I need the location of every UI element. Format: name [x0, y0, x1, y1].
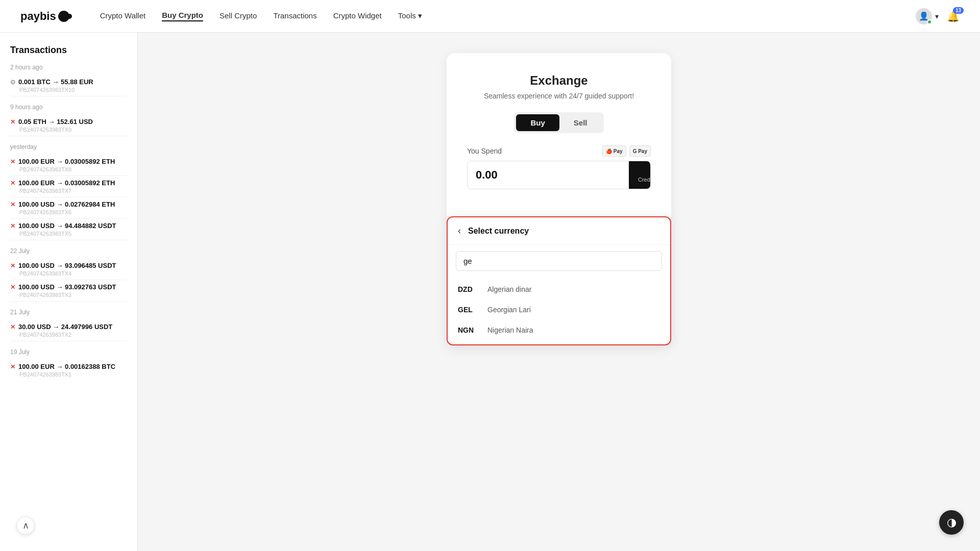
- currency-selector-button[interactable]: EUR Credit/Debit Card ▾: [629, 161, 651, 189]
- tx-reference: PB24074263983TX7: [19, 188, 127, 194]
- tx-amount: 30.00 USD → 24.497996 USDT: [18, 323, 112, 331]
- dropdown-back-button[interactable]: ‹: [458, 226, 461, 236]
- transaction-item[interactable]: ✕100.00 EUR → 0.00162388 BTCPB2407426398…: [10, 360, 127, 381]
- currency-list-item[interactable]: GELGeorgian Lari: [448, 299, 670, 320]
- currency-item-name: Algerian dinar: [487, 285, 531, 293]
- dropdown-title: Select currency: [468, 227, 529, 236]
- transaction-item[interactable]: ✕100.00 USD → 94.484882 USDTPB2407426398…: [10, 219, 127, 240]
- notifications-badge: 13: [953, 7, 964, 14]
- payment-icons: 🍎 Pay G Pay: [602, 145, 651, 157]
- fail-icon: ✕: [10, 201, 15, 208]
- scroll-up-button[interactable]: ∧: [16, 516, 35, 535]
- tx-reference: PB24074263983TX8: [19, 166, 127, 172]
- exchange-subtitle: Seamless experience with 24/7 guided sup…: [467, 92, 651, 100]
- tx-reference: PB24074263983TX3: [19, 292, 127, 298]
- tx-date-label: 21 July: [10, 309, 127, 316]
- transaction-groups: 2 hours ago⊙0.001 BTC → 55.88 EURPB24074…: [10, 64, 127, 381]
- nav-link-crypto-widget[interactable]: Crypto Widget: [333, 11, 382, 21]
- pending-icon: ⊙: [10, 79, 15, 86]
- transaction-item[interactable]: ✕100.00 EUR → 0.03005892 ETHPB2407426398…: [10, 155, 127, 176]
- transaction-item[interactable]: ✕100.00 USD → 93.096485 USDTPB2407426398…: [10, 259, 127, 280]
- currency-item-name: Georgian Lari: [487, 306, 531, 314]
- currency-item-name: Nigerian Naira: [487, 326, 533, 334]
- nav-link-transactions[interactable]: Transactions: [273, 11, 316, 21]
- amount-input[interactable]: [468, 161, 629, 189]
- brand-logo[interactable]: paybis: [20, 10, 69, 23]
- tx-date-label: 22 July: [10, 247, 127, 255]
- fail-icon: ✕: [10, 323, 15, 331]
- tx-amount: 100.00 USD → 93.096485 USDT: [18, 262, 116, 269]
- tx-date-label: 9 hours ago: [10, 104, 127, 111]
- currency-search-input[interactable]: [456, 251, 662, 271]
- dark-mode-button[interactable]: ◑: [939, 510, 964, 535]
- page-layout: Transactions 2 hours ago⊙0.001 BTC → 55.…: [0, 33, 980, 551]
- brand-icon: [58, 11, 69, 22]
- tx-row: ✕100.00 USD → 0.02762984 ETH: [10, 201, 127, 208]
- fail-icon: ✕: [10, 180, 15, 187]
- tx-row: ✕100.00 USD → 94.484882 USDT: [10, 222, 127, 230]
- currency-btn-inner: EUR Credit/Debit Card ▾: [638, 167, 651, 183]
- buy-sell-toggle: Buy Sell: [514, 112, 603, 133]
- nav-link-sell-crypto[interactable]: Sell Crypto: [219, 11, 257, 21]
- exchange-card: Exchange Seamless experience with 24/7 g…: [447, 53, 671, 223]
- currency-sub-display: Credit/Debit Card: [638, 177, 651, 183]
- main-content: Exchange Seamless experience with 24/7 g…: [138, 33, 980, 551]
- tx-row: ✕100.00 EUR → 0.03005892 ETH: [10, 179, 127, 187]
- avatar: 👤: [916, 8, 932, 24]
- transaction-item[interactable]: ✕100.00 USD → 93.092763 USDTPB2407426398…: [10, 280, 127, 302]
- transaction-item[interactable]: ✕30.00 USD → 24.497996 USDTPB24074263983…: [10, 320, 127, 341]
- tx-row: ✕100.00 EUR → 0.03005892 ETH: [10, 158, 127, 165]
- transaction-item[interactable]: ✕100.00 EUR → 0.03005892 ETHPB2407426398…: [10, 176, 127, 197]
- tx-amount: 100.00 EUR → 0.00162388 BTC: [18, 363, 115, 370]
- buy-toggle-button[interactable]: Buy: [516, 114, 559, 131]
- fail-icon: ✕: [10, 118, 15, 126]
- notifications-button[interactable]: 🔔 13: [947, 10, 960, 22]
- currency-list-item[interactable]: NGNNigerian Naira: [448, 320, 670, 340]
- tx-date-label: yesterday: [10, 143, 127, 151]
- currency-item-code: DZD: [458, 285, 480, 293]
- apple-pay-icon: 🍎 Pay: [602, 145, 626, 157]
- fail-icon: ✕: [10, 363, 15, 370]
- currency-code-display: EUR: [638, 167, 651, 177]
- transaction-item[interactable]: ⊙0.001 BTC → 55.88 EURPB24074263983TX10: [10, 75, 127, 96]
- transaction-item[interactable]: ✕0.05 ETH → 152.61 USDPB24074263983TX9: [10, 115, 127, 136]
- dropdown-header: ‹ Select currency: [448, 217, 670, 245]
- tx-amount: 100.00 USD → 94.484882 USDT: [18, 222, 116, 230]
- nav-link-tools[interactable]: Tools▾: [398, 11, 422, 21]
- fail-icon: ✕: [10, 284, 15, 291]
- nav-link-crypto-wallet[interactable]: Crypto Wallet: [100, 11, 145, 21]
- tx-row: ✕100.00 USD → 93.092763 USDT: [10, 283, 127, 291]
- tx-reference: PB24074263983TX4: [19, 270, 127, 277]
- tx-row: ⊙0.001 BTC → 55.88 EUR: [10, 78, 127, 86]
- tx-amount: 0.05 ETH → 152.61 USD: [18, 118, 93, 126]
- chevron-down-icon: ▾: [418, 11, 422, 20]
- nav-right: 👤 ▾ 🔔 13: [916, 8, 960, 24]
- currency-list: DZDAlgerian dinarGELGeorgian LariNGNNige…: [448, 277, 670, 344]
- tx-row: ✕100.00 USD → 93.096485 USDT: [10, 262, 127, 269]
- brand-name: paybis: [20, 10, 56, 23]
- transaction-item[interactable]: ✕100.00 USD → 0.02762984 ETHPB2407426398…: [10, 197, 127, 219]
- currency-list-item[interactable]: DZDAlgerian dinar: [448, 279, 670, 299]
- tx-amount: 0.001 BTC → 55.88 EUR: [18, 78, 93, 86]
- nav-links: Crypto WalletBuy CryptoSell CryptoTransa…: [100, 11, 895, 21]
- google-pay-icon: G Pay: [629, 145, 651, 157]
- user-menu-button[interactable]: 👤 ▾: [916, 8, 939, 24]
- fail-icon: ✕: [10, 222, 15, 230]
- nav-link-buy-crypto[interactable]: Buy Crypto: [162, 11, 203, 21]
- sell-toggle-button[interactable]: Sell: [559, 114, 602, 131]
- amount-input-row: EUR Credit/Debit Card ▾: [467, 161, 651, 189]
- exchange-title: Exchange: [467, 73, 651, 88]
- tx-reference: PB24074263983TX9: [19, 127, 127, 133]
- tx-date-label: 19 July: [10, 348, 127, 356]
- fail-icon: ✕: [10, 158, 15, 165]
- tx-reference: PB24074263983TX5: [19, 231, 127, 237]
- tx-amount: 100.00 USD → 0.02762984 ETH: [18, 201, 115, 208]
- tx-reference: PB24074263983TX6: [19, 209, 127, 215]
- tx-row: ✕0.05 ETH → 152.61 USD: [10, 118, 127, 126]
- sidebar-title: Transactions: [10, 45, 127, 56]
- currency-info: EUR Credit/Debit Card: [638, 167, 651, 183]
- tx-reference: PB24074263983TX2: [19, 332, 127, 338]
- select-currency-dropdown: ‹ Select currency DZDAlgerian dinarGELGe…: [447, 216, 671, 345]
- tx-amount: 100.00 EUR → 0.03005892 ETH: [18, 179, 115, 187]
- tx-date-label: 2 hours ago: [10, 64, 127, 71]
